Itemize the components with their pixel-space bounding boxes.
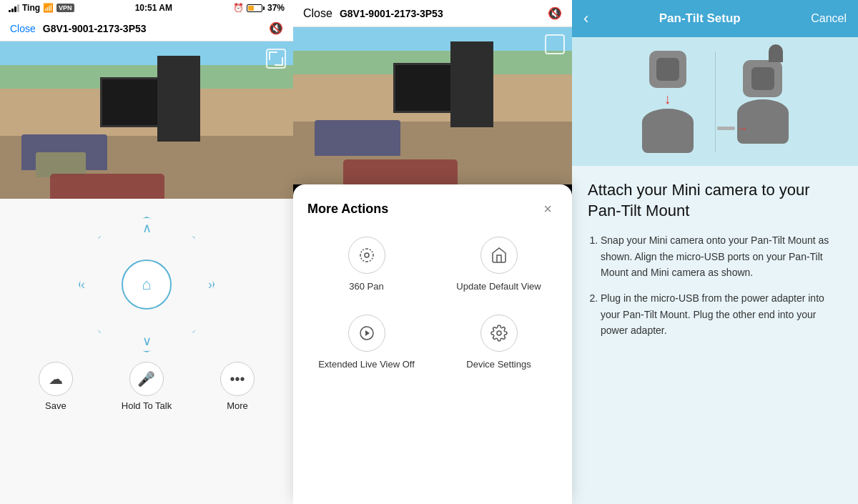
microphone-icon: 🎤	[129, 362, 164, 396]
hold-to-talk-label: Hold To Talk	[122, 400, 172, 411]
save-label: Save	[45, 400, 66, 411]
down-arrow-icon: ↓	[664, 91, 671, 107]
battery-icon	[247, 4, 265, 12]
pan-tilt-cancel-button[interactable]: Cancel	[811, 12, 847, 25]
camera-illustration-left: ↓	[642, 51, 694, 153]
device-settings-label: Device Settings	[466, 359, 531, 371]
360pan-label: 360 Pan	[349, 281, 383, 293]
camera-head-left	[649, 51, 686, 88]
rug-decoration	[50, 174, 164, 199]
bookshelf-decoration-2	[450, 41, 493, 127]
status-right: ⏰ 37%	[233, 3, 285, 13]
svg-marker-2	[365, 330, 370, 336]
360pan-icon	[348, 237, 385, 274]
action-extended-live-view[interactable]: Extended Live View Off	[307, 315, 425, 371]
dpad-home-button[interactable]: ⌂	[122, 260, 172, 310]
update-default-view-icon	[480, 237, 518, 274]
usb-cable-icon	[717, 127, 735, 130]
action-device-settings[interactable]: Device Settings	[440, 315, 558, 371]
couch-decoration-2	[315, 120, 400, 156]
bottom-action-bar: ☁ Save 🎤 Hold To Talk ••• More	[0, 356, 293, 425]
dpad-left-arrow[interactable]: ‹	[81, 277, 85, 292]
modal-actions-grid: 360 Pan Update Default View	[307, 237, 558, 371]
more-action[interactable]: ••• More	[220, 362, 255, 411]
pan-tilt-title: Pan-Tilt Setup	[659, 11, 741, 26]
action-update-default-view[interactable]: Update Default View	[440, 237, 558, 293]
directional-pad: ∧ ∨ ‹ › ⌂	[75, 213, 218, 356]
left-panel: Ting 📶 VPN 10:51 AM ⏰ 37% Close G8V1-900…	[0, 0, 293, 504]
bookshelf-decoration	[157, 56, 200, 142]
extended-live-view-label: Extended Live View Off	[318, 359, 415, 371]
wifi-icon: 📶	[43, 3, 54, 13]
modal-header: More Actions ×	[307, 199, 558, 219]
status-bar: Ting 📶 VPN 10:51 AM ⏰ 37%	[0, 0, 293, 16]
dpad-down-arrow[interactable]: ∨	[142, 333, 152, 349]
save-action[interactable]: ☁ Save	[39, 362, 73, 411]
close-button-left[interactable]: Close	[10, 23, 36, 34]
camera-header-left: Close G8V1-9001-2173-3P53 🔇	[0, 16, 293, 41]
camera-illustration-right: →	[737, 60, 789, 144]
clip-icon	[769, 44, 783, 62]
pan-tilt-content: Attach your Mini camera to your Pan-Tilt…	[572, 166, 858, 504]
modal-title: More Actions	[307, 202, 388, 217]
right-panel: ‹ Pan-Tilt Setup Cancel ↓	[572, 0, 858, 504]
pan-tilt-illustration: ↓ →	[572, 37, 858, 166]
right-arrow-icon: →	[737, 122, 749, 135]
pan-tilt-step-1: Snap your Mini camera onto your Pan-Tilt…	[601, 232, 842, 280]
device-id-middle: G8V1-9001-2173-3P53	[340, 8, 548, 19]
signal-bars-icon	[9, 4, 19, 12]
camera-base-left	[642, 109, 694, 153]
update-default-view-label: Update Default View	[456, 281, 541, 293]
svg-point-0	[365, 253, 369, 257]
pan-tilt-header: ‹ Pan-Tilt Setup Cancel	[572, 0, 858, 37]
camera-view-left	[0, 41, 293, 199]
action-360pan[interactable]: 360 Pan	[307, 237, 425, 293]
home-icon: ⌂	[142, 275, 151, 294]
camera-header-middle: Close G8V1-9001-2173-3P53 🔇	[293, 0, 572, 27]
device-settings-icon	[480, 315, 518, 352]
carrier-label: Ting	[22, 3, 40, 13]
pan-tilt-back-button[interactable]: ‹	[583, 9, 588, 28]
vpn-badge: VPN	[56, 4, 74, 12]
controls-area: ∧ ∨ ‹ › ⌂ ☁ Save 🎤 Hold To Talk ••• More	[0, 199, 293, 504]
pan-tilt-main-title: Attach your Mini camera to your Pan-Tilt…	[588, 180, 842, 221]
more-actions-modal: More Actions × 360 Pan	[293, 184, 572, 504]
alarm-icon: ⏰	[233, 3, 244, 13]
camera-head-right	[743, 60, 782, 97]
expand-icon-left[interactable]	[266, 49, 286, 69]
modal-close-button[interactable]: ×	[538, 199, 558, 219]
mute-icon-middle[interactable]: 🔇	[548, 6, 562, 20]
mute-icon-left[interactable]: 🔇	[269, 21, 283, 35]
more-dots-icon: •••	[220, 362, 255, 396]
extended-live-view-icon	[348, 315, 385, 352]
pan-tilt-step-2: Plug in the micro-USB from the power ada…	[601, 290, 842, 338]
camera-view-middle	[293, 27, 572, 184]
hold-to-talk-action[interactable]: 🎤 Hold To Talk	[122, 362, 172, 411]
close-button-middle[interactable]: Close	[303, 7, 332, 20]
clock: 10:51 AM	[135, 3, 172, 13]
status-left: Ting 📶 VPN	[9, 3, 74, 13]
more-label: More	[227, 400, 248, 411]
expand-icon-middle[interactable]	[545, 34, 565, 54]
middle-panel: Close G8V1-9001-2173-3P53 🔇 More Actions…	[293, 0, 572, 504]
camera-base-right: →	[737, 99, 789, 144]
illustration-divider	[715, 51, 716, 152]
battery-percent: 37%	[267, 3, 285, 13]
svg-point-3	[497, 331, 501, 335]
rug-decoration-2	[343, 159, 458, 184]
save-icon: ☁	[39, 362, 73, 396]
dpad-right-arrow[interactable]: ›	[208, 277, 212, 292]
pan-tilt-steps-list: Snap your Mini camera onto your Pan-Tilt…	[588, 232, 842, 338]
device-id-left: G8V1-9001-2173-3P53	[43, 23, 269, 34]
dpad-up-arrow[interactable]: ∧	[142, 220, 152, 236]
